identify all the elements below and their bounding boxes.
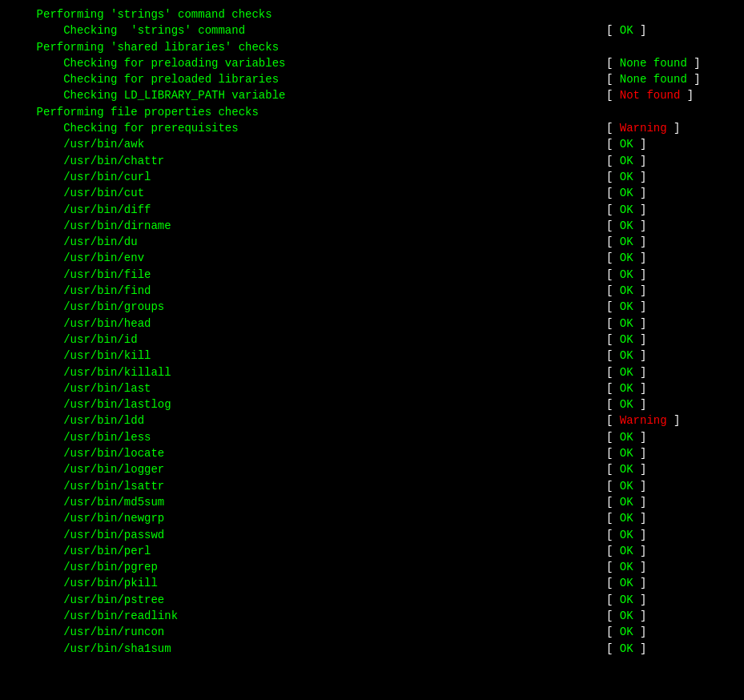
line-text: Performing 'shared libraries' checks (10, 39, 279, 55)
line-text: Checking for preloaded libraries (10, 71, 279, 87)
output-line: /usr/bin/ldd[ Warning ] (10, 412, 734, 428)
line-text: /usr/bin/passwd (10, 527, 164, 543)
line-status: [ OK ] (606, 461, 734, 477)
line-status: [ OK ] (606, 185, 734, 201)
line-status: [ None found ] (606, 71, 734, 87)
output-line: Checking for preloading variables[ None … (10, 55, 734, 71)
line-text: /usr/bin/lastlog (10, 396, 171, 412)
line-status: [ OK ] (606, 267, 734, 283)
line-text: /usr/bin/du (10, 234, 138, 250)
output-line: /usr/bin/md5sum[ OK ] (10, 494, 734, 510)
line-text: /usr/bin/readlink (10, 608, 178, 624)
line-text: Checking for prerequisites (10, 120, 239, 136)
line-text: /usr/bin/head (10, 316, 151, 332)
line-status: [ OK ] (606, 283, 734, 299)
line-text: /usr/bin/dirname (10, 218, 171, 234)
output-line: Checking LD_LIBRARY_PATH variable[ Not f… (10, 87, 734, 103)
line-text: Checking for preloading variables (10, 55, 285, 71)
output-line: /usr/bin/id[ OK ] (10, 332, 734, 348)
line-text: /usr/bin/locate (10, 445, 164, 461)
output-line: /usr/bin/file[ OK ] (10, 267, 734, 283)
output-line: /usr/bin/pkill[ OK ] (10, 575, 734, 591)
line-text: /usr/bin/newgrp (10, 510, 164, 526)
line-text: Performing file properties checks (10, 104, 259, 120)
output-line: /usr/bin/dirname[ OK ] (10, 218, 734, 234)
line-status: [ OK ] (606, 543, 734, 559)
output-line: /usr/bin/diff[ OK ] (10, 202, 734, 218)
line-status: [ OK ] (606, 445, 734, 461)
line-text: /usr/bin/pstree (10, 592, 164, 608)
line-status: [ OK ] (606, 299, 734, 315)
output-line: /usr/bin/runcon[ OK ] (10, 624, 734, 640)
output-line: /usr/bin/env[ OK ] (10, 250, 734, 266)
output-line: /usr/bin/perl[ OK ] (10, 543, 734, 559)
output-line: Performing 'strings' command checks (10, 6, 734, 22)
output-line: /usr/bin/last[ OK ] (10, 380, 734, 396)
output-line: Checking 'strings' command[ OK ] (10, 22, 734, 38)
output-line: /usr/bin/chattr[ OK ] (10, 153, 734, 169)
line-status: [ Warning ] (606, 412, 734, 428)
line-text: /usr/bin/pgrep (10, 559, 158, 575)
line-text: /usr/bin/runcon (10, 624, 164, 640)
output-line: Checking for prerequisites[ Warning ] (10, 120, 734, 136)
output-line: /usr/bin/cut[ OK ] (10, 185, 734, 201)
line-status: [ OK ] (606, 592, 734, 608)
line-text: /usr/bin/perl (10, 543, 151, 559)
line-status: [ OK ] (606, 316, 734, 332)
line-status: [ OK ] (606, 202, 734, 218)
line-text: /usr/bin/curl (10, 169, 151, 185)
line-text: /usr/bin/env (10, 250, 144, 266)
line-status: [ OK ] (606, 624, 734, 640)
line-status: [ OK ] (606, 332, 734, 348)
line-text: /usr/bin/find (10, 283, 151, 299)
line-status: [ OK ] (606, 234, 734, 250)
line-text: /usr/bin/md5sum (10, 494, 164, 510)
line-status: [ OK ] (606, 136, 734, 152)
output-line: Performing 'shared libraries' checks (10, 39, 734, 55)
line-text: /usr/bin/lsattr (10, 478, 164, 494)
line-text: /usr/bin/cut (10, 185, 144, 201)
output-line: /usr/bin/readlink[ OK ] (10, 608, 734, 624)
line-status: [ OK ] (606, 608, 734, 624)
output-line: /usr/bin/du[ OK ] (10, 234, 734, 250)
line-status: [ Warning ] (606, 120, 734, 136)
line-text: /usr/bin/chattr (10, 153, 164, 169)
line-text: /usr/bin/file (10, 267, 151, 283)
output-line: /usr/bin/curl[ OK ] (10, 169, 734, 185)
line-status: [ OK ] (606, 364, 734, 380)
line-text: Performing 'strings' command checks (10, 6, 272, 22)
line-status: [ OK ] (606, 250, 734, 266)
output-line: /usr/bin/awk[ OK ] (10, 136, 734, 152)
line-text: Checking LD_LIBRARY_PATH variable (10, 87, 285, 103)
output-line: /usr/bin/pgrep[ OK ] (10, 559, 734, 575)
line-text: /usr/bin/id (10, 332, 138, 348)
line-text: /usr/bin/sha1sum (10, 641, 171, 657)
output-line: /usr/bin/sha1sum[ OK ] (10, 641, 734, 657)
output-line: /usr/bin/find[ OK ] (10, 283, 734, 299)
line-status: [ OK ] (606, 218, 734, 234)
output-line: /usr/bin/locate[ OK ] (10, 445, 734, 461)
line-text: /usr/bin/kill (10, 348, 151, 364)
line-status: [ OK ] (606, 527, 734, 543)
line-status: [ OK ] (606, 494, 734, 510)
output-line: /usr/bin/pstree[ OK ] (10, 592, 734, 608)
line-status: [ OK ] (606, 510, 734, 526)
line-text: /usr/bin/pkill (10, 575, 158, 591)
line-status: [ OK ] (606, 575, 734, 591)
line-status: [ OK ] (606, 22, 734, 38)
line-text: /usr/bin/groups (10, 299, 164, 315)
output-line: /usr/bin/head[ OK ] (10, 316, 734, 332)
line-text: /usr/bin/ldd (10, 412, 144, 428)
line-status: [ None found ] (606, 55, 734, 71)
output-line: /usr/bin/passwd[ OK ] (10, 527, 734, 543)
line-status: [ OK ] (606, 641, 734, 657)
output-line: /usr/bin/groups[ OK ] (10, 299, 734, 315)
line-text: /usr/bin/killall (10, 364, 171, 380)
line-status: [ OK ] (606, 169, 734, 185)
output-line: Performing file properties checks (10, 104, 734, 120)
line-text: /usr/bin/diff (10, 202, 151, 218)
line-text: /usr/bin/awk (10, 136, 144, 152)
line-text: /usr/bin/last (10, 380, 151, 396)
line-status: [ OK ] (606, 380, 734, 396)
output-line: /usr/bin/less[ OK ] (10, 429, 734, 445)
